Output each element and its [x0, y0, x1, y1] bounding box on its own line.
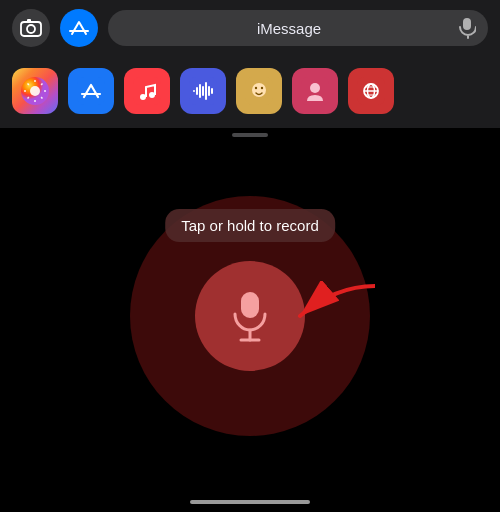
outer-circle: Tap or hold to record — [130, 196, 370, 436]
record-tooltip: Tap or hold to record — [165, 209, 335, 242]
svg-point-1 — [27, 25, 35, 33]
app-icons-row — [0, 56, 500, 128]
svg-point-5 — [30, 86, 40, 96]
svg-point-28 — [255, 87, 257, 89]
svg-line-12 — [41, 84, 42, 85]
svg-point-31 — [310, 83, 320, 93]
imessage-label: iMessage — [120, 20, 458, 37]
app-icon-photos[interactable] — [12, 68, 58, 114]
microphone-icon — [227, 290, 273, 342]
svg-line-11 — [41, 97, 42, 98]
app-icon-music[interactable] — [124, 68, 170, 114]
toolbar: iMessage — [0, 0, 500, 56]
imessage-input-bar[interactable]: iMessage — [108, 10, 488, 46]
svg-line-10 — [28, 84, 29, 85]
svg-rect-39 — [241, 292, 259, 318]
app-icon-appstore[interactable] — [68, 68, 114, 114]
appstore-button[interactable] — [60, 9, 98, 47]
app-icon-avatar[interactable] — [292, 68, 338, 114]
record-button[interactable]: Tap or hold to record — [195, 261, 305, 371]
home-indicator — [190, 500, 310, 504]
app-icon-memoji[interactable] — [236, 68, 282, 114]
app-icon-search[interactable] — [348, 68, 394, 114]
svg-rect-14 — [77, 77, 105, 105]
arrow-indicator — [295, 281, 375, 335]
app-icon-audio[interactable] — [180, 68, 226, 114]
svg-line-13 — [28, 97, 29, 98]
camera-button[interactable] — [12, 9, 50, 47]
svg-point-29 — [261, 87, 263, 89]
svg-rect-3 — [463, 18, 471, 30]
main-content: Tap or hold to record — [0, 137, 500, 485]
svg-rect-2 — [27, 19, 31, 22]
